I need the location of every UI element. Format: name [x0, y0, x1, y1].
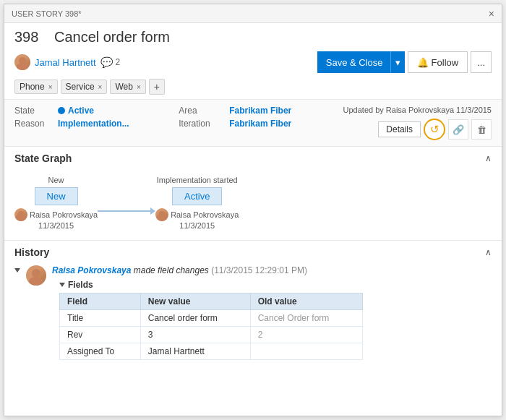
- meta-actions: Details ↺ 🔗 🗑: [378, 119, 492, 140]
- iteration-value: Fabrikam Fiber: [229, 119, 343, 129]
- follow-button[interactable]: 🔔 Follow: [408, 51, 468, 73]
- table-row: Assigned To Jamal Hartnett: [60, 343, 363, 360]
- col-field: Field: [60, 293, 141, 310]
- node-new-box: New: [35, 187, 78, 205]
- history-header: History ∧: [14, 247, 492, 258]
- state-label: State: [14, 106, 58, 116]
- avatar: [14, 54, 30, 70]
- comment-count: 💬 2: [100, 56, 121, 68]
- history-title: History: [14, 247, 49, 258]
- meta-area-row: Area Fabrikam Fiber: [179, 106, 343, 116]
- meta-reason-row: Reason Implementation...: [14, 119, 179, 129]
- history-collapse[interactable]: ∧: [485, 247, 492, 257]
- comment-number: 2: [116, 57, 121, 67]
- fields-label: Fields: [59, 280, 492, 290]
- field-old-assigned: [250, 343, 362, 360]
- fields-table: Field New value Old value Title Cancel o…: [59, 293, 363, 360]
- history-avatar: [26, 265, 46, 286]
- reason-label: Reason: [14, 119, 58, 129]
- history-action: made field changes: [134, 265, 211, 275]
- meta-iteration-row: Iteration Fabrikam Fiber: [179, 119, 343, 129]
- history-section: History ∧ Raisa Pokrovskaya made field c…: [4, 241, 502, 416]
- state-graph-header: State Graph ∧: [14, 153, 492, 164]
- username[interactable]: Jamal Hartnett: [35, 57, 96, 68]
- tag-web-remove[interactable]: ×: [137, 83, 141, 91]
- action-row: Jamal Hartnett 💬 2 Save & Close ▾ 🔔 Foll…: [14, 51, 492, 73]
- comment-icon: 💬: [100, 56, 113, 68]
- meta-left: State Active Reason Implementation...: [14, 106, 179, 129]
- tags-row: Phone × Service × Web × +: [14, 79, 492, 95]
- save-close-wrapper: Save & Close ▾: [317, 51, 405, 73]
- meta-right: Updated by Raisa Pokrovskaya 11/3/2015 D…: [343, 106, 492, 140]
- tag-phone-label: Phone: [20, 82, 45, 92]
- history-icon: ↺: [430, 123, 439, 136]
- tag-service-label: Service: [66, 82, 95, 92]
- state-graph-title: State Graph: [14, 153, 72, 164]
- node-active-date: 11/3/2015: [179, 221, 215, 230]
- arrow-1-shaft: [98, 210, 150, 212]
- story-id: 398: [14, 29, 38, 46]
- col-new-value: New value: [140, 293, 250, 310]
- user-info: Jamal Hartnett 💬 2: [14, 54, 120, 70]
- updated-info: Updated by Raisa Pokrovskaya 11/3/2015: [343, 106, 492, 114]
- story-id-separator: [44, 29, 48, 46]
- delete-icon-button[interactable]: 🗑: [471, 119, 492, 140]
- node-new-username: Raisa Pokrovskaya: [30, 210, 98, 219]
- tag-web-label: Web: [115, 82, 132, 92]
- tag-web: Web ×: [110, 80, 145, 94]
- meta-area: State Active Reason Implementation... Ar…: [4, 100, 502, 147]
- save-dropdown-button[interactable]: ▾: [391, 51, 405, 73]
- area-label: Area: [179, 106, 229, 116]
- entry-expand-icon[interactable]: [14, 268, 20, 273]
- history-content: Raisa Pokrovskaya made field changes (11…: [52, 265, 492, 360]
- arrow-1: [98, 191, 155, 215]
- field-name-title: Title: [60, 310, 141, 327]
- trash-icon: 🗑: [477, 124, 486, 135]
- history-user: Raisa Pokrovskaya: [52, 265, 131, 275]
- state-graph-section: State Graph ∧ New New Raisa Pokrovskaya …: [4, 147, 502, 241]
- field-new-title: Cancel order form: [140, 310, 250, 327]
- main-window: USER STORY 398* × 398 Cancel order form …: [4, 4, 502, 416]
- iteration-label: Iteration: [179, 119, 229, 129]
- fields-label-text: Fields: [68, 280, 93, 290]
- fields-section: Fields Field New value Old value: [59, 280, 492, 360]
- link-icon-button[interactable]: 🔗: [448, 119, 468, 140]
- more-button[interactable]: ...: [471, 51, 492, 73]
- field-new-assigned: Jamal Hartnett: [140, 343, 250, 360]
- field-old-title: Cancel Order form: [250, 310, 362, 327]
- state-dot: [58, 107, 65, 114]
- details-button[interactable]: Details: [378, 121, 421, 137]
- link-icon: 🔗: [453, 124, 464, 135]
- tag-service-remove[interactable]: ×: [98, 83, 103, 91]
- tag-phone-remove[interactable]: ×: [48, 83, 53, 91]
- fields-expand-icon[interactable]: [59, 283, 65, 287]
- node-active-user: Raisa Pokrovskaya: [155, 208, 239, 221]
- field-old-rev: 2: [250, 327, 362, 343]
- window-title: USER STORY 398*: [12, 9, 82, 18]
- history-icon-button[interactable]: ↺: [424, 119, 445, 140]
- history-entry: Raisa Pokrovskaya made field changes (11…: [14, 265, 492, 360]
- state-graph-content: New New Raisa Pokrovskaya 11/3/2015 Impl…: [14, 171, 492, 237]
- field-name-assigned: Assigned To: [60, 343, 141, 360]
- arrow-1-line: [98, 207, 155, 215]
- toolbar-buttons: Save & Close ▾ 🔔 Follow ...: [317, 51, 492, 73]
- node-new-top-label: New: [48, 176, 64, 184]
- save-close-button[interactable]: Save & Close: [317, 51, 391, 73]
- reason-value: Implementation...: [58, 119, 179, 129]
- arrow-1-head: [150, 207, 155, 215]
- node-new-user: Raisa Pokrovskaya: [14, 208, 98, 221]
- state-graph-collapse[interactable]: ∧: [485, 153, 492, 163]
- follow-icon: 🔔: [417, 57, 429, 68]
- history-timestamp: (11/3/2015 12:29:01 PM): [211, 265, 307, 275]
- tag-service: Service ×: [61, 80, 108, 94]
- tag-add-button[interactable]: +: [149, 79, 165, 95]
- state-node-new: New New Raisa Pokrovskaya 11/3/2015: [14, 176, 98, 230]
- history-meta: Raisa Pokrovskaya made field changes (11…: [52, 265, 492, 275]
- table-header-row: Field New value Old value: [60, 293, 363, 310]
- node-new-date: 11/3/2015: [38, 221, 74, 230]
- title-bar: USER STORY 398* ×: [4, 4, 502, 23]
- story-name: Cancel order form: [54, 29, 170, 46]
- meta-inner: State Active Reason Implementation... Ar…: [14, 106, 492, 140]
- close-button[interactable]: ×: [489, 9, 494, 19]
- node-active-avatar: [155, 208, 168, 221]
